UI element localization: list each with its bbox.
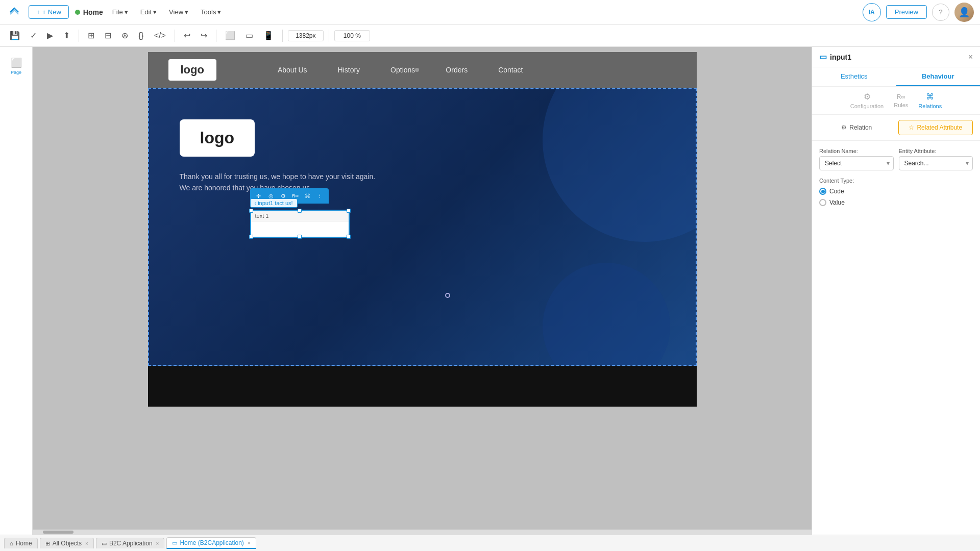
all-objects-tab-label: All Objects [53, 540, 82, 547]
home-status-dot [75, 10, 80, 15]
topbar-right: IA Preview ? 👤 [863, 3, 974, 22]
sub-tabs: ⚙ Configuration R∞ Rules ⌘ Relations [812, 87, 980, 115]
site-nav: About Us History Options Orders Contact [278, 66, 523, 74]
home-b2c-tab-label: Home (B2CApplication) [180, 539, 243, 546]
edit-chevron-icon: ▾ [153, 8, 157, 16]
nav-contact[interactable]: Contact [498, 66, 523, 74]
view-chevron-icon: ▾ [185, 8, 188, 16]
all-objects-tab-close[interactable]: × [85, 541, 88, 546]
radio-value-circle[interactable] [819, 199, 826, 206]
sub-tab-configuration[interactable]: ⚙ Configuration [850, 92, 884, 109]
relation-name-select[interactable]: Select [819, 156, 894, 170]
entity-attribute-select[interactable]: Search... [899, 156, 973, 170]
top-bar: + + New Home File ▾ Edit ▾ View ▾ Tools … [0, 0, 980, 24]
b2c-app-tab-close[interactable]: × [156, 541, 159, 546]
widget-more-tool[interactable]: ⋮ [314, 190, 326, 202]
bottom-tab-home[interactable]: ⌂ Home [4, 538, 38, 548]
app-logo [6, 4, 22, 20]
site-hero: logo Thank you all for trusting us, we h… [148, 88, 697, 366]
new-button[interactable]: + + New [29, 5, 69, 19]
related-attribute-toggle[interactable]: ☆ Related Attribute [898, 120, 973, 135]
radio-value[interactable]: Value [819, 199, 973, 206]
bottom-tab-b2c-application[interactable]: ▭ B2C Application × [96, 538, 165, 548]
check-button[interactable]: ✓ [27, 29, 40, 42]
sub-tab-relations[interactable]: ⌘ Relations [918, 92, 942, 109]
ia-label: IA [869, 9, 875, 16]
relation-name-select-wrapper: Select [819, 156, 894, 170]
code-button[interactable]: </> [151, 29, 169, 42]
rules-icon: R∞ [897, 93, 905, 101]
toolbar: 💾 ✓ ▶ ⬆ ⊞ ⊟ ⊛ {} </> ↩ ↪ ⬜ ▭ 📱 1382px 10… [0, 24, 980, 47]
layers-button[interactable]: ⊟ [101, 29, 115, 42]
widget-link-tool[interactable]: ⌘ [302, 190, 313, 202]
nav-orders[interactable]: Orders [446, 66, 468, 74]
tab-esthetics[interactable]: Esthetics [812, 67, 896, 86]
components-button[interactable]: ⊞ [84, 29, 98, 42]
input-widget[interactable]: text 1 [250, 210, 350, 238]
redo-button[interactable]: ↪ [197, 29, 211, 42]
view-menu[interactable]: View ▾ [166, 6, 191, 18]
edit-menu[interactable]: Edit ▾ [137, 6, 160, 18]
b2c-app-tab-icon: ▭ [102, 540, 107, 547]
canvas-width: 1382px [288, 30, 324, 41]
bottom-tab-all-objects[interactable]: ⊞ All Objects × [40, 538, 94, 548]
help-button[interactable]: ? [932, 4, 949, 21]
ia-badge[interactable]: IA [863, 3, 881, 21]
logic-button[interactable]: {} [135, 29, 148, 42]
mobile-view-button[interactable]: 📱 [260, 29, 277, 42]
nav-options[interactable]: Options [390, 66, 415, 74]
file-chevron-icon: ▾ [125, 8, 128, 16]
save-button[interactable]: 💾 [6, 29, 23, 42]
home-tab-icon: ⌂ [10, 540, 13, 546]
desktop-view-button[interactable]: ⬜ [222, 29, 239, 42]
input-icon: ▭ [819, 52, 827, 62]
export-button[interactable]: ⬆ [60, 29, 74, 42]
relation-toggle[interactable]: ⚙ Relation [819, 120, 894, 135]
play-button[interactable]: ▶ [43, 29, 57, 42]
panel-content: Relation Name: Select Entity Attribute: … [812, 141, 980, 535]
panel-close-button[interactable]: × [968, 53, 973, 62]
tablet-view-button[interactable]: ▭ [242, 29, 257, 42]
radio-code-circle[interactable] [819, 188, 826, 195]
panel-header: ▭ input1 × [812, 47, 980, 67]
related-attribute-icon: ☆ [909, 124, 914, 131]
radio-code[interactable]: Code [819, 188, 973, 195]
rules-label: Rules [894, 102, 908, 108]
right-panel: ▭ input1 × Esthetics Behaviour ⚙ Configu… [812, 47, 980, 535]
view-label: View [169, 8, 183, 16]
handle-bm [298, 235, 302, 239]
data-button[interactable]: ⊛ [118, 29, 132, 42]
canvas-wrapper[interactable]: logo About Us History Options Orders Con… [33, 47, 812, 530]
entity-attribute-select-wrapper: Search... [899, 156, 973, 170]
file-menu[interactable]: File ▾ [109, 6, 131, 18]
zoom-level[interactable]: 100 % [334, 30, 370, 41]
home-b2c-tab-icon: ▭ [172, 540, 177, 546]
relations-label: Relations [918, 103, 942, 109]
relation-toggle-icon: ⚙ [841, 124, 847, 131]
handle-tl [249, 209, 253, 213]
hero-shape-2 [543, 263, 670, 365]
preview-label: Preview [895, 8, 918, 16]
tools-menu[interactable]: Tools ▾ [198, 6, 224, 18]
radio-code-label: Code [829, 188, 844, 195]
avatar[interactable]: 👤 [954, 3, 974, 22]
horizontal-scrollbar[interactable] [33, 530, 812, 535]
content-type-label: Content Type: [819, 178, 973, 184]
preview-button[interactable]: Preview [886, 5, 927, 19]
nav-about[interactable]: About Us [278, 66, 307, 74]
tab-behaviour[interactable]: Behaviour [896, 67, 981, 86]
configuration-icon: ⚙ [864, 92, 871, 102]
bottom-tab-home-b2c[interactable]: ▭ Home (B2CApplication) × [166, 537, 256, 549]
page-icon: ⬜ [11, 57, 22, 68]
entity-attribute-label: Entity Attribute: [899, 148, 973, 154]
plus-icon: + [36, 8, 40, 16]
sub-tab-rules[interactable]: R∞ Rules [894, 93, 908, 108]
widget-contact-text: tact us! [275, 200, 292, 206]
separator-4 [282, 30, 283, 42]
canvas-area: logo About Us History Options Orders Con… [33, 47, 812, 535]
nav-history[interactable]: History [338, 66, 360, 74]
undo-button[interactable]: ↩ [180, 29, 194, 42]
new-label: + New [42, 8, 61, 16]
sidebar-item-page[interactable]: ⬜ Page [0, 53, 32, 79]
home-b2c-tab-close[interactable]: × [248, 540, 251, 546]
